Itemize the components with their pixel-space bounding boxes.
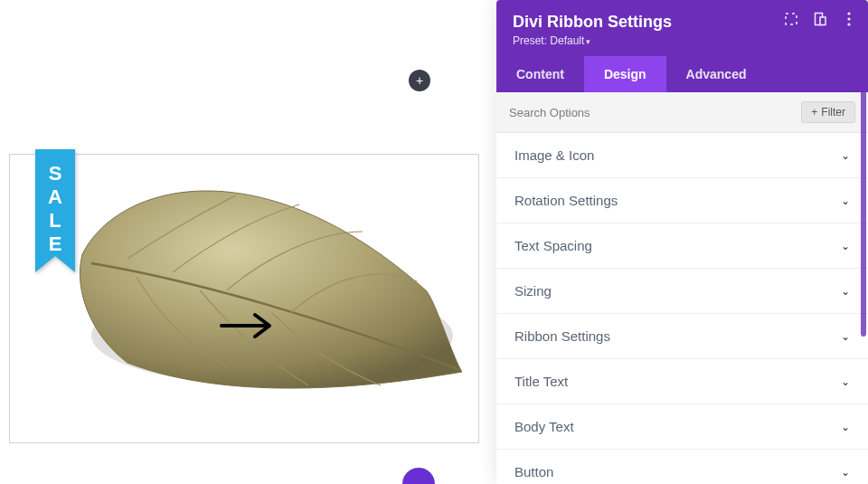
section-text-spacing[interactable]: Text Spacing ⌄ (496, 223, 868, 269)
chevron-down-icon: ⌄ (841, 421, 850, 433)
svg-point-6 (847, 17, 850, 20)
tab-advanced[interactable]: Advanced (666, 56, 767, 92)
chevron-down-icon: ⌄ (841, 466, 850, 479)
section-button[interactable]: Button ⌄ (496, 450, 868, 481)
svg-point-7 (847, 23, 850, 25)
ribbon-preview: S A L E (9, 154, 479, 443)
section-label: Ribbon Settings (514, 328, 610, 344)
chevron-down-icon: ⌄ (841, 375, 850, 388)
search-input[interactable]: Search Options (509, 106, 590, 119)
preset-selector[interactable]: Preset: Default▾ (513, 34, 852, 47)
chevron-down-icon: ⌄ (841, 195, 850, 207)
preview-canvas: + S A L E (0, 0, 493, 484)
section-list: Image & Icon ⌄ Rotation Settings ⌄ Text … (496, 133, 868, 481)
section-image-icon[interactable]: Image & Icon ⌄ (496, 133, 868, 178)
caret-down-icon: ▾ (586, 37, 590, 46)
expand-icon[interactable] (783, 11, 799, 27)
svg-point-5 (847, 12, 850, 14)
section-body-text[interactable]: Body Text ⌄ (496, 404, 868, 450)
plus-icon: + (811, 106, 817, 119)
chevron-down-icon: ⌄ (841, 240, 850, 252)
preset-label: Preset: Default (513, 34, 584, 47)
svg-rect-2 (786, 14, 797, 24)
section-label: Rotation Settings (514, 193, 618, 208)
chevron-down-icon: ⌄ (841, 149, 850, 162)
settings-tabs: Content Design Advanced (496, 56, 868, 92)
section-label: Body Text (514, 419, 574, 434)
section-label: Button (514, 464, 553, 479)
panel-header: Divi Ribbon Settings Preset: Default▾ (496, 0, 868, 56)
chevron-down-icon: ⌄ (841, 330, 850, 343)
responsive-icon[interactable] (812, 11, 828, 27)
chevron-down-icon: ⌄ (841, 285, 850, 298)
section-rotation-settings[interactable]: Rotation Settings ⌄ (496, 178, 868, 223)
add-module-button[interactable]: + (409, 70, 430, 91)
module-action-button[interactable] (402, 468, 435, 484)
section-title-text[interactable]: Title Text ⌄ (496, 359, 868, 404)
search-row: Search Options + Filter (496, 92, 868, 133)
section-label: Image & Icon (514, 147, 594, 163)
scrollbar[interactable] (861, 83, 866, 337)
section-label: Title Text (514, 374, 568, 389)
filter-button[interactable]: + Filter (801, 101, 855, 123)
section-label: Text Spacing (514, 238, 592, 253)
settings-panel: Divi Ribbon Settings Preset: Default▾ Co… (496, 0, 868, 484)
filter-label: Filter (821, 106, 845, 119)
tab-content[interactable]: Content (496, 56, 584, 92)
more-icon[interactable] (841, 11, 857, 27)
section-sizing[interactable]: Sizing ⌄ (496, 269, 868, 314)
tab-design[interactable]: Design (584, 56, 666, 92)
section-ribbon-settings[interactable]: Ribbon Settings ⌄ (496, 314, 868, 359)
plus-icon: + (416, 73, 423, 88)
svg-rect-4 (820, 17, 826, 25)
section-label: Sizing (514, 283, 552, 299)
leaf-image (64, 155, 462, 408)
